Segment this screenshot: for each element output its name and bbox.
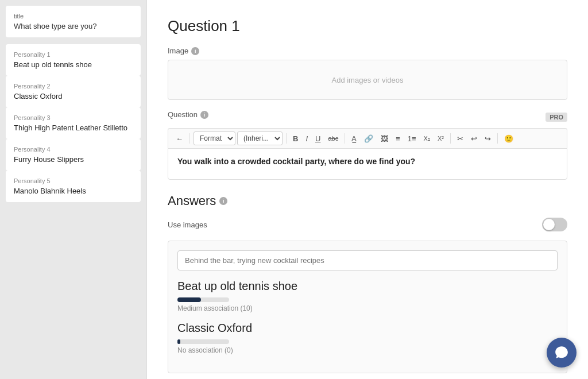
- italic-button[interactable]: I: [303, 133, 311, 145]
- association-bar-bg: [177, 297, 229, 302]
- superscript-button[interactable]: X²: [435, 133, 447, 144]
- personality-label: Personality 4: [14, 146, 133, 153]
- personality-card[interactable]: Personality 4 Furry House Slippers: [6, 139, 141, 171]
- toolbar-divider-5: [497, 133, 498, 144]
- inherit-select[interactable]: (Inheri...: [237, 132, 283, 145]
- personality-name: Classic Oxford: [14, 92, 133, 100]
- association-bar-fill: [177, 339, 180, 344]
- answer-input[interactable]: [177, 250, 558, 270]
- subscript-button[interactable]: X₂: [421, 133, 433, 144]
- image-info-icon: i: [191, 47, 199, 55]
- use-images-toggle[interactable]: [542, 218, 567, 231]
- main-content: Question 1 Image i Add images or videos …: [146, 0, 588, 379]
- question-info-icon: i: [200, 111, 208, 119]
- toolbar-divider-2: [286, 133, 287, 144]
- pro-badge: PRO: [546, 113, 567, 122]
- title-card-value: What shoe type are you?: [14, 22, 133, 30]
- text-color-button[interactable]: A̲: [349, 133, 359, 145]
- association-label: No association (0): [177, 346, 558, 354]
- sidebar: title What shoe type are you? Personalit…: [0, 0, 146, 379]
- back-button[interactable]: ←: [173, 133, 186, 145]
- emoji-button[interactable]: 🙂: [501, 133, 516, 145]
- personality-name: Beat up old tennis shoe: [14, 60, 133, 69]
- answer-item: Beat up old tennis shoe Medium associati…: [177, 280, 558, 312]
- personality-name: Manolo Blahnik Heels: [14, 187, 133, 195]
- question-toolbar: ← Format (Inheri... B I U abc A̲ 🔗 🖼 ≡ 1…: [168, 128, 567, 148]
- question-text: You walk into a crowded cocktail party, …: [177, 157, 415, 166]
- association-bar-fill: [177, 297, 201, 302]
- association-bar-row: [177, 297, 558, 302]
- question-label: Question i: [168, 110, 208, 119]
- answers-section: Answers i Use images Beat up old tennis …: [168, 194, 567, 373]
- image-upload-area[interactable]: Add images or videos: [168, 60, 567, 100]
- title-card[interactable]: title What shoe type are you?: [6, 6, 141, 37]
- question-title: Question 1: [168, 17, 567, 35]
- link-button[interactable]: 🔗: [361, 133, 376, 145]
- question-editor[interactable]: You walk into a crowded cocktail party, …: [168, 148, 567, 180]
- personality-name: Furry House Slippers: [14, 155, 133, 164]
- association-bar-bg: [177, 339, 229, 344]
- ordered-list-button[interactable]: 1≡: [405, 133, 419, 145]
- clear-format-button[interactable]: ✂: [454, 133, 466, 145]
- personality-label: Personality 5: [14, 177, 133, 184]
- answer-item: Classic Oxford No association (0): [177, 322, 558, 354]
- image-label: Image i: [168, 47, 567, 55]
- personality-card[interactable]: Personality 1 Beat up old tennis shoe: [6, 44, 141, 76]
- question-header: Question i PRO: [168, 110, 567, 123]
- bullet-list-button[interactable]: ≡: [393, 133, 403, 145]
- personality-name: Thigh High Patent Leather Stilletto: [14, 123, 133, 132]
- personality-card[interactable]: Personality 5 Manolo Blahnik Heels: [6, 171, 141, 202]
- question-section: Question i PRO ← Format (Inheri... B I U…: [168, 110, 567, 180]
- personality-list: Personality 1 Beat up old tennis shoe Pe…: [6, 44, 141, 202]
- bold-button[interactable]: B: [290, 133, 301, 145]
- toolbar-divider-3: [345, 133, 345, 144]
- personality-card[interactable]: Personality 2 Classic Oxford: [6, 76, 141, 107]
- image-button[interactable]: 🖼: [378, 133, 391, 145]
- answers-list: Beat up old tennis shoe Medium associati…: [177, 280, 558, 354]
- underline-button[interactable]: U: [312, 133, 323, 145]
- personality-label: Personality 2: [14, 83, 133, 90]
- format-select[interactable]: Format: [194, 132, 235, 145]
- association-label: Medium association (10): [177, 304, 558, 312]
- redo-button[interactable]: ↪: [482, 133, 494, 145]
- answer-container: Beat up old tennis shoe Medium associati…: [168, 241, 567, 373]
- chatbot-button[interactable]: [547, 338, 577, 368]
- answers-info-icon: i: [219, 197, 227, 205]
- toolbar-divider-1: [189, 133, 190, 144]
- personality-label: Personality 3: [14, 114, 133, 121]
- association-bar-row: [177, 339, 558, 344]
- answer-name: Classic Oxford: [177, 322, 558, 335]
- strike-button[interactable]: abc: [325, 133, 341, 144]
- answer-name: Beat up old tennis shoe: [177, 280, 558, 293]
- personality-card[interactable]: Personality 3 Thigh High Patent Leather …: [6, 107, 141, 139]
- answers-header: Answers i: [168, 194, 567, 208]
- title-card-label: title: [14, 13, 133, 20]
- undo-button[interactable]: ↩: [468, 133, 480, 145]
- use-images-label: Use images: [168, 221, 207, 229]
- toolbar-divider-4: [450, 133, 451, 144]
- use-images-row: Use images: [168, 218, 567, 231]
- personality-label: Personality 1: [14, 51, 133, 58]
